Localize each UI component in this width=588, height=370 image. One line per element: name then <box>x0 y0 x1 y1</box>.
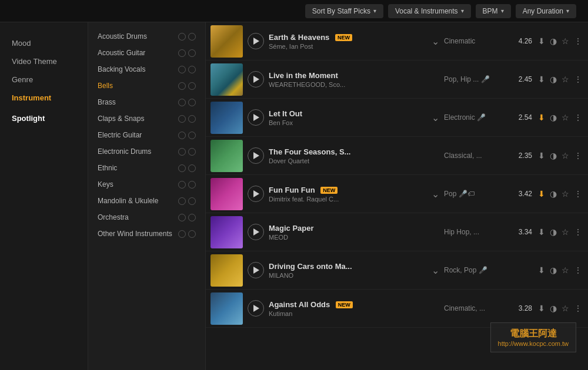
radio-include[interactable] <box>178 49 186 57</box>
track-row[interactable]: The Four Seasons, S... Dover Quartet Cla… <box>206 137 588 175</box>
instrument-ethnic[interactable]: Ethnic <box>88 160 205 176</box>
expand-button[interactable]: ⌄ <box>427 189 444 200</box>
add-to-project-icon[interactable]: ◑ <box>550 227 557 237</box>
radio-include[interactable] <box>178 197 186 205</box>
sort-button[interactable]: Sort By Staff Picks ▾ <box>305 4 383 18</box>
radio-exclude[interactable] <box>188 230 196 238</box>
more-icon[interactable]: ⋮ <box>574 151 582 160</box>
add-to-project-icon[interactable]: ◑ <box>550 36 557 46</box>
radio-include[interactable] <box>178 230 186 238</box>
play-button[interactable] <box>248 300 264 317</box>
track-row[interactable]: Live in the Moment WEARETHEGOOD, Sco... … <box>206 60 588 99</box>
instrument-orchestra[interactable]: Orchestra <box>88 209 205 226</box>
more-icon[interactable]: ⋮ <box>574 36 582 46</box>
favorite-icon[interactable]: ☆ <box>562 151 569 160</box>
duration-button[interactable]: Any Duration ▾ <box>516 4 576 18</box>
instrument-claps-snaps[interactable]: Claps & Snaps <box>88 110 205 127</box>
instrument-brass[interactable]: Brass <box>88 94 205 110</box>
radio-include[interactable] <box>178 33 186 41</box>
instrument-other-wind[interactable]: Other Wind Instruments <box>88 226 205 242</box>
vocal-button[interactable]: Vocal & Instruments ▾ <box>388 4 471 18</box>
more-icon[interactable]: ⋮ <box>574 265 582 275</box>
add-to-project-icon[interactable]: ◑ <box>550 75 557 84</box>
download-icon[interactable]: ⬇ <box>538 265 545 275</box>
favorite-icon[interactable]: ☆ <box>562 189 569 199</box>
instrument-acoustic-guitar[interactable]: Acoustic Guitar <box>88 45 205 61</box>
play-button[interactable] <box>248 33 264 49</box>
add-to-project-icon[interactable]: ◑ <box>550 304 557 313</box>
radio-exclude[interactable] <box>188 33 196 41</box>
radio-include[interactable] <box>178 181 186 189</box>
radio-exclude[interactable] <box>188 66 196 73</box>
instrument-backing-vocals[interactable]: Backing Vocals <box>88 61 205 78</box>
favorite-icon[interactable]: ☆ <box>562 265 569 275</box>
sidebar-item-video-theme[interactable]: Video Theme <box>0 52 88 70</box>
radio-include[interactable] <box>178 164 186 172</box>
play-button[interactable] <box>248 109 264 126</box>
radio-exclude[interactable] <box>188 148 196 156</box>
add-to-project-icon[interactable]: ◑ <box>550 265 557 275</box>
track-row[interactable]: Against All Odds NEW Kutiman Cinematic, … <box>206 290 588 328</box>
expand-button[interactable]: ⌄ <box>427 112 444 123</box>
play-button[interactable] <box>248 71 264 88</box>
sidebar-item-mood[interactable]: Mood <box>0 34 88 52</box>
radio-exclude[interactable] <box>188 82 196 90</box>
radio-exclude[interactable] <box>188 164 196 172</box>
download-icon[interactable]: ⬇ <box>538 113 545 122</box>
radio-exclude[interactable] <box>188 132 196 139</box>
play-icon <box>253 114 259 121</box>
download-icon[interactable]: ⬇ <box>538 75 545 84</box>
radio-include[interactable] <box>178 132 186 139</box>
instrument-electric-guitar[interactable]: Electric Guitar <box>88 127 205 143</box>
add-to-project-icon[interactable]: ◑ <box>550 189 557 199</box>
add-to-project-icon[interactable]: ◑ <box>550 151 557 160</box>
download-icon[interactable]: ⬇ <box>538 36 545 46</box>
download-icon[interactable]: ⬇ <box>538 304 545 313</box>
instrument-electronic-drums[interactable]: Electronic Drums <box>88 143 205 160</box>
favorite-icon[interactable]: ☆ <box>562 113 569 122</box>
radio-include[interactable] <box>178 99 186 106</box>
more-icon[interactable]: ⋮ <box>574 227 582 237</box>
track-row[interactable]: Magic Paper MEOD Hip Hop, ... 3.34 ⬇ ◑ ☆… <box>206 213 588 251</box>
instrument-bells[interactable]: Bells <box>88 78 205 94</box>
radio-exclude[interactable] <box>188 214 196 221</box>
expand-button[interactable]: ⌄ <box>427 265 444 276</box>
track-row[interactable]: Let It Out Ben Fox ⌄ Electronic 🎤 2.54 ⬇… <box>206 99 588 137</box>
radio-include[interactable] <box>178 148 186 156</box>
radio-include[interactable] <box>178 115 186 123</box>
add-to-project-icon[interactable]: ◑ <box>550 113 557 122</box>
radio-exclude[interactable] <box>188 99 196 106</box>
radio-include[interactable] <box>178 66 186 73</box>
download-icon[interactable]: ⬇ <box>538 151 545 160</box>
more-icon[interactable]: ⋮ <box>574 113 582 122</box>
download-icon[interactable]: ⬇ <box>538 227 545 237</box>
radio-exclude[interactable] <box>188 197 196 205</box>
instrument-mandolin-ukulele[interactable]: Mandolin & Ukulele <box>88 193 205 209</box>
sidebar-item-instrument[interactable]: Instrument <box>0 89 88 107</box>
download-icon[interactable]: ⬇ <box>538 189 545 199</box>
favorite-icon[interactable]: ☆ <box>562 36 569 46</box>
track-row[interactable]: Fun Fun Fun NEW Dimitrix feat. Raquel C.… <box>206 175 588 213</box>
more-icon[interactable]: ⋮ <box>574 304 582 313</box>
play-button[interactable] <box>248 147 264 164</box>
play-button[interactable] <box>248 224 264 240</box>
radio-exclude[interactable] <box>188 49 196 57</box>
play-button[interactable] <box>248 262 264 278</box>
instrument-acoustic-drums[interactable]: Acoustic Drums <box>88 28 205 45</box>
more-icon[interactable]: ⋮ <box>574 75 582 84</box>
bpm-button[interactable]: BPM ▾ <box>476 4 511 18</box>
track-row[interactable]: Driving Cars onto Ma... MILANO ⌄ Rock, P… <box>206 251 588 290</box>
radio-include[interactable] <box>178 214 186 221</box>
radio-exclude[interactable] <box>188 181 196 189</box>
sidebar-item-genre[interactable]: Genre <box>0 70 88 89</box>
radio-exclude[interactable] <box>188 115 196 123</box>
favorite-icon[interactable]: ☆ <box>562 227 569 237</box>
track-row[interactable]: Earth & Heavens NEW Séme, Ian Post ⌄ Cin… <box>206 22 588 60</box>
radio-include[interactable] <box>178 82 186 90</box>
favorite-icon[interactable]: ☆ <box>562 304 569 313</box>
more-icon[interactable]: ⋮ <box>574 189 582 199</box>
favorite-icon[interactable]: ☆ <box>562 75 569 84</box>
expand-button[interactable]: ⌄ <box>427 36 444 47</box>
instrument-keys[interactable]: Keys <box>88 176 205 193</box>
play-button[interactable] <box>248 186 264 202</box>
